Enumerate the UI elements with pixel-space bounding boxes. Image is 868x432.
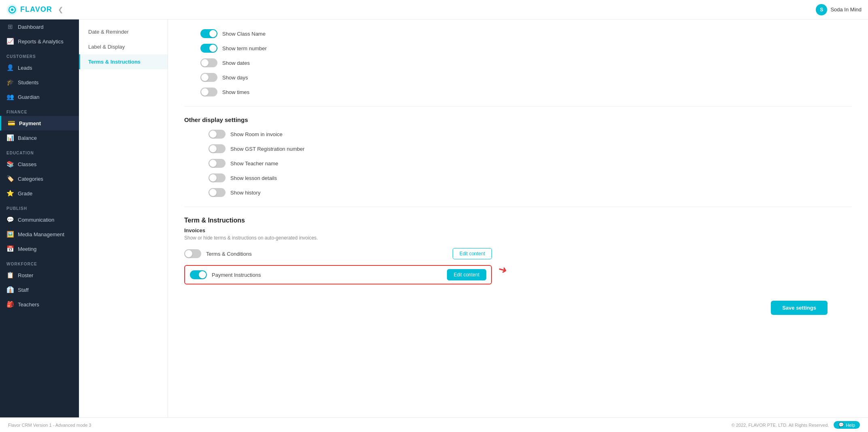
staff-icon: 👔 xyxy=(6,286,14,293)
sidebar-item-grade[interactable]: ⭐ Grade xyxy=(0,186,79,201)
red-arrow-annotation: ➜ xyxy=(497,263,508,277)
sidebar-item-label: Guardian xyxy=(18,94,39,100)
toggle-row-history: Show history xyxy=(184,188,852,197)
sidebar-item-roster[interactable]: 📋 Roster xyxy=(0,268,79,282)
sidebar-item-dashboard[interactable]: ⊞ Dashboard xyxy=(0,19,79,34)
dashboard-icon: ⊞ xyxy=(6,23,14,30)
payment-icon: 💳 xyxy=(8,120,15,127)
edit-btn-container: Edit content ➜ xyxy=(447,269,486,280)
teachers-icon: 🎒 xyxy=(6,301,14,308)
classes-icon: 📚 xyxy=(6,160,14,168)
section-education: EDUCATION xyxy=(0,145,79,157)
svg-point-2 xyxy=(11,9,13,11)
toggle-show-dates[interactable] xyxy=(200,58,217,67)
meeting-icon: 📅 xyxy=(6,245,14,252)
categories-icon: 🏷️ xyxy=(6,175,14,182)
toggle-row-times: Show times xyxy=(184,88,852,96)
toggle-show-gst[interactable] xyxy=(208,144,226,153)
toggle-row-lesson: Show lesson details xyxy=(184,173,852,182)
toggle-label-lesson: Show lesson details xyxy=(230,175,277,181)
sidebar-item-staff[interactable]: 👔 Staff xyxy=(0,282,79,297)
sidebar-item-balance[interactable]: 📊 Balance xyxy=(0,130,79,145)
main-layout: ⊞ Dashboard 📈 Reports & Analytics CUSTOM… xyxy=(0,19,868,417)
logo: FLAVOR ❮ xyxy=(6,4,63,15)
toggle-show-times[interactable] xyxy=(200,88,217,96)
roster-icon: 📋 xyxy=(6,272,14,279)
toggle-label-payment-instructions: Payment Instructions xyxy=(212,272,261,278)
toggle-terms-conditions[interactable] xyxy=(184,249,201,258)
save-settings-button[interactable]: Save settings xyxy=(771,301,828,315)
sidebar-item-label: Balance xyxy=(18,135,37,141)
sidebar-item-reports[interactable]: 📈 Reports & Analytics xyxy=(0,34,79,49)
leads-icon: 👤 xyxy=(6,64,14,71)
help-label: Help xyxy=(846,423,855,428)
sidebar-item-meeting[interactable]: 📅 Meeting xyxy=(0,242,79,256)
sidebar-item-categories[interactable]: 🏷️ Categories xyxy=(0,171,79,186)
toggle-show-days[interactable] xyxy=(200,73,217,82)
toggle-show-term-number[interactable] xyxy=(200,44,217,53)
sub-sidebar: Date & Reminder Label & Display Terms & … xyxy=(79,19,168,417)
sidebar-item-communication[interactable]: 💬 Communication xyxy=(0,212,79,227)
toggle-label-room: Show Room in invoice xyxy=(230,131,283,137)
terms-conditions-row: Terms & Conditions Edit content xyxy=(184,248,492,259)
toggle-show-lesson[interactable] xyxy=(208,173,226,182)
collapse-icon[interactable]: ❮ xyxy=(58,6,63,13)
sidebar-item-media[interactable]: 🖼️ Media Management xyxy=(0,227,79,242)
toggle-row-gst: Show GST Registration number xyxy=(184,144,852,153)
user-name: Soda In Mind xyxy=(830,6,862,13)
footer-version: Flavor CRM Version 1 - Advanced mode 3 xyxy=(8,423,91,428)
section-finance: FINANCE xyxy=(0,104,79,116)
terms-conditions-left: Terms & Conditions xyxy=(184,249,252,258)
toggle-label-teacher: Show Teacher name xyxy=(230,160,278,167)
sidebar-item-guardian[interactable]: 👥 Guardian xyxy=(0,90,79,104)
edit-payment-instructions-button[interactable]: Edit content xyxy=(447,269,486,280)
save-area: Save settings xyxy=(184,301,852,315)
sidebar-item-label: Dashboard xyxy=(18,24,44,30)
toggle-row-dates: Show dates xyxy=(184,58,852,67)
sidebar-item-payment[interactable]: 💳 Payment xyxy=(0,116,79,130)
sidebar: ⊞ Dashboard 📈 Reports & Analytics CUSTOM… xyxy=(0,19,79,417)
other-display-title: Other display settings xyxy=(184,116,852,123)
user-info: S Soda In Mind xyxy=(816,4,862,15)
toggle-label-dates: Show dates xyxy=(222,60,250,66)
sub-sidebar-label-display[interactable]: Label & Display xyxy=(79,39,168,54)
sidebar-item-label: Students xyxy=(18,79,38,86)
toggle-show-teacher[interactable] xyxy=(208,159,226,168)
balance-icon: 📊 xyxy=(6,134,14,141)
toggle-payment-instructions[interactable] xyxy=(190,270,207,279)
sidebar-item-label: Classes xyxy=(18,161,36,167)
sub-sidebar-terms[interactable]: Terms & Instructions xyxy=(79,54,168,69)
divider-2 xyxy=(184,207,852,207)
sidebar-item-label: Teachers xyxy=(18,302,39,308)
logo-text: FLAVOR xyxy=(20,5,52,14)
sub-sidebar-date-reminder[interactable]: Date & Reminder xyxy=(79,24,168,39)
sidebar-item-label: Reports & Analytics xyxy=(18,38,64,45)
sidebar-item-label: Communication xyxy=(18,217,54,223)
divider-1 xyxy=(184,106,852,107)
toggle-show-room[interactable] xyxy=(208,130,226,139)
toggle-row-term-number: Show term number xyxy=(184,44,852,53)
edit-terms-conditions-button[interactable]: Edit content xyxy=(453,248,492,259)
sidebar-item-label: Staff xyxy=(18,287,29,293)
toggle-show-class-name[interactable] xyxy=(200,29,217,38)
toggle-show-history[interactable] xyxy=(208,188,226,197)
media-icon: 🖼️ xyxy=(6,231,14,238)
toggle-label-term-number: Show term number xyxy=(222,45,267,51)
toggle-label-times: Show times xyxy=(222,89,249,95)
sidebar-item-teachers[interactable]: 🎒 Teachers xyxy=(0,297,79,312)
reports-icon: 📈 xyxy=(6,38,14,45)
sidebar-item-leads[interactable]: 👤 Leads xyxy=(0,60,79,75)
toggle-row-room: Show Room in invoice xyxy=(184,130,852,139)
sidebar-item-label: Roster xyxy=(18,272,33,278)
sidebar-item-label: Meeting xyxy=(18,246,36,252)
sidebar-item-label: Categories xyxy=(18,176,43,182)
sidebar-item-students[interactable]: 🎓 Students xyxy=(0,75,79,90)
sidebar-item-classes[interactable]: 📚 Classes xyxy=(0,157,79,171)
sidebar-item-label: Media Management xyxy=(18,231,64,237)
sidebar-item-label: Grade xyxy=(18,190,32,197)
toggle-row-days: Show days xyxy=(184,73,852,82)
toggle-label-gst: Show GST Registration number xyxy=(230,146,304,152)
section-customers: CUSTOMERS xyxy=(0,49,79,60)
terms-subtitle: Invoices xyxy=(184,227,852,233)
help-button[interactable]: 💬 Help xyxy=(834,421,860,429)
